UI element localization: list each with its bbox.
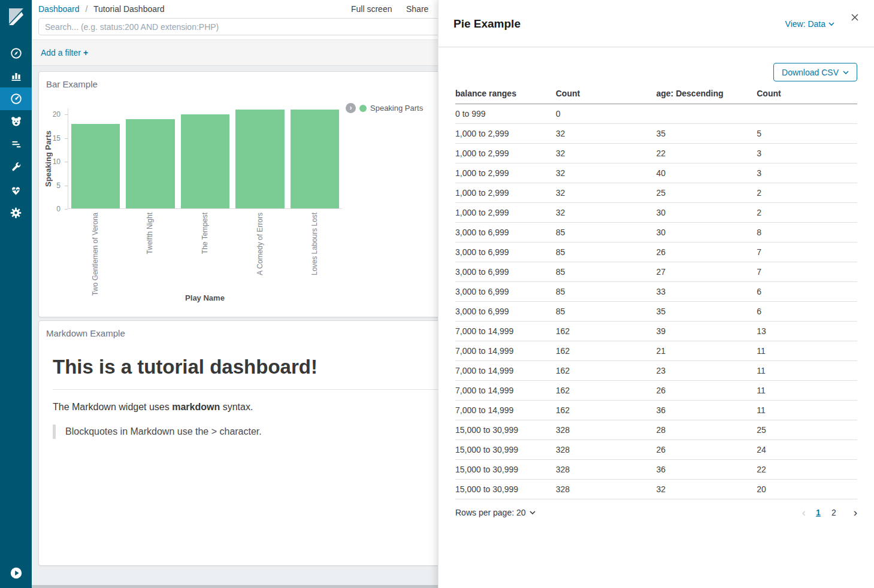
column-header: Count (556, 85, 657, 104)
table-row: 1,000 to 2,99932302 (455, 203, 857, 223)
next-page-icon[interactable]: › (854, 508, 857, 517)
sidebar-item-monitoring[interactable] (0, 178, 32, 201)
table-row: 7,000 to 14,9991622611 (455, 381, 857, 401)
chart-legend: › Speaking Parts (346, 103, 423, 113)
management-gear-icon (10, 207, 22, 219)
table-row: 0 to 9990 (455, 104, 857, 124)
monitoring-heartbeat-icon (10, 184, 22, 196)
bar[interactable] (291, 110, 339, 208)
discover-compass-icon (10, 47, 23, 60)
kibana-logo-icon[interactable] (0, 0, 32, 34)
bar[interactable] (235, 110, 284, 208)
breadcrumb-dashboard-link[interactable]: Dashboard (38, 4, 80, 14)
sidebar (0, 0, 32, 588)
table-row: 15,000 to 30,9993282624 (455, 440, 857, 460)
column-header: age: Descending (657, 85, 757, 104)
column-header: Count (757, 85, 857, 104)
pager: ‹ 12 › (802, 508, 857, 517)
table-row: 7,000 to 14,9991623611 (455, 401, 857, 420)
x-category-label[interactable]: A Comedy of Errors (256, 213, 264, 275)
table-row: 1,000 to 2,99932355 (455, 124, 857, 144)
column-header: balance ranges (455, 85, 556, 104)
x-category-label[interactable]: Two Gentlemen of Verona (91, 213, 99, 296)
legend-label[interactable]: Speaking Parts (370, 104, 423, 113)
table-row: 3,000 to 6,99985308 (455, 223, 857, 243)
apm-lines-icon (10, 138, 22, 150)
y-axis-ticks: 05101520 (39, 108, 68, 209)
page-number-button[interactable]: 1 (814, 507, 822, 519)
sidebar-collapse-button[interactable] (0, 562, 32, 584)
x-category-label[interactable]: The Tempest (201, 213, 209, 254)
bar[interactable] (181, 114, 229, 208)
bar-series (68, 108, 342, 208)
x-axis-labels: Two Gentlemen of VeronaTwelfth NightThe … (68, 213, 342, 300)
sidebar-item-timelion[interactable] (0, 110, 32, 133)
table-row: 3,000 to 6,99985356 (455, 302, 857, 322)
close-icon[interactable] (849, 12, 860, 23)
chevron-down-icon (530, 511, 536, 514)
panel-title: Markdown Example (46, 328, 125, 338)
pie-example-flyout: Pie Example View: Data Download CSV bal (438, 0, 874, 588)
bar[interactable] (126, 119, 174, 208)
legend-toggle-icon[interactable]: › (346, 103, 356, 113)
table-row: 1,000 to 2,99932223 (455, 144, 857, 163)
table-row: 3,000 to 6,99985267 (455, 243, 857, 262)
data-table: balance rangesCountage: DescendingCount … (455, 85, 857, 499)
flyout-table-body: 0 to 99901,000 to 2,999323551,000 to 2,9… (455, 104, 857, 499)
timelion-face-icon (10, 116, 22, 128)
table-header-row: balance rangesCountage: DescendingCount (455, 85, 857, 104)
sidebar-item-apm[interactable] (0, 133, 32, 156)
full-screen-button[interactable]: Full screen (351, 4, 392, 14)
sidebar-item-devtools[interactable] (0, 156, 32, 178)
x-axis-title: Play Name (68, 293, 342, 302)
pagination-bar: Rows per page: 20 ‹ 12 › (455, 508, 857, 517)
legend-color-dot[interactable] (359, 105, 367, 112)
bar-chart-plot (68, 108, 342, 209)
collapse-play-icon (10, 566, 23, 580)
table-row: 1,000 to 2,99932403 (455, 163, 857, 183)
previous-page-icon[interactable]: ‹ (802, 508, 806, 517)
table-row: 7,000 to 14,9991622311 (455, 361, 857, 381)
sidebar-item-management[interactable] (0, 201, 32, 224)
share-button[interactable]: Share (406, 4, 428, 14)
visualize-bar-chart-icon (10, 70, 22, 82)
rows-per-page-dropdown[interactable]: Rows per page: 20 (455, 508, 536, 517)
table-row: 15,000 to 30,9993282825 (455, 420, 857, 440)
table-row: 7,000 to 14,9991622111 (455, 341, 857, 361)
dev-tools-wrench-icon (10, 161, 22, 173)
table-row: 1,000 to 2,99932252 (455, 183, 857, 203)
chevron-down-icon (828, 22, 834, 26)
breadcrumb: Dashboard / Tutorial Dashboard (38, 4, 164, 14)
table-row: 7,000 to 14,9991623913 (455, 322, 857, 341)
chevron-down-icon (843, 71, 849, 74)
flyout-title: Pie Example (453, 17, 521, 31)
panel-title: Bar Example (46, 79, 98, 89)
x-category-label[interactable]: Loves Labours Lost (310, 213, 319, 275)
table-row: 3,000 to 6,99985277 (455, 262, 857, 282)
sidebar-item-discover[interactable] (0, 42, 32, 65)
sidebar-item-dashboard[interactable] (0, 87, 32, 110)
breadcrumb-separator: / (85, 4, 87, 14)
flyout-header: Pie Example View: Data (438, 0, 874, 47)
dashboard-gauge-icon (10, 92, 23, 105)
flyout-body: Download CSV balance rangesCountage: Des… (438, 63, 874, 517)
page-number-button[interactable]: 2 (830, 507, 838, 519)
table-row: 15,000 to 30,9993283622 (455, 460, 857, 480)
x-category-label[interactable]: Twelfth Night (146, 213, 154, 254)
add-filter-button[interactable]: Add a filter+ (41, 48, 88, 57)
view-data-dropdown[interactable]: View: Data (785, 19, 834, 29)
table-row: 3,000 to 6,99985336 (455, 282, 857, 302)
download-csv-button[interactable]: Download CSV (773, 63, 857, 81)
sidebar-item-visualize[interactable] (0, 65, 32, 87)
table-row: 15,000 to 30,9993283220 (455, 480, 857, 499)
breadcrumb-current: Tutorial Dashboard (93, 4, 165, 14)
bar[interactable] (71, 124, 120, 208)
plus-icon: + (83, 48, 88, 57)
